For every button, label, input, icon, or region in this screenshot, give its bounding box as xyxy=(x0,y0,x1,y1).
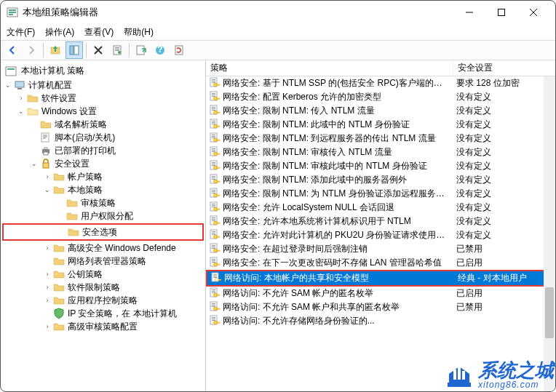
policy-row[interactable]: 网络安全: 限制 NTLM: 为 NTLM 身份验证添加远程服务器...没有定义 xyxy=(206,187,555,201)
delete-button[interactable] xyxy=(90,41,107,59)
svg-rect-115 xyxy=(217,322,220,324)
policy-row[interactable]: 网络访问: 不允许 SAM 帐户的匿名枚举已启用 xyxy=(206,287,555,300)
policy-setting: 没有定义 xyxy=(453,91,555,103)
svg-rect-75 xyxy=(217,209,220,210)
policy-row[interactable]: 网络安全: 限制 NTLM: 此域中的 NTLM 身份验证没有定义 xyxy=(206,118,555,132)
properties-button[interactable] xyxy=(108,41,126,59)
policy-setting: 已禁用 xyxy=(453,243,555,255)
policy-item-icon xyxy=(209,187,221,201)
forward-button[interactable] xyxy=(23,41,40,59)
svg-rect-82 xyxy=(212,231,215,232)
policy-setting: 没有定义 xyxy=(453,201,555,214)
tree-audit-policy[interactable]: 审核策略 xyxy=(2,196,204,209)
menu-file[interactable]: 文件(F) xyxy=(7,26,35,39)
tree-app-control[interactable]: ›应用程序控制策略 xyxy=(2,294,204,307)
policy-row[interactable]: 网络安全: 在超过登录时间后强制注销已禁用 xyxy=(206,242,555,256)
expand-icon[interactable]: › xyxy=(43,320,52,333)
policy-row[interactable]: 网络安全: 允许 LocalSystem NULL 会话回退没有定义 xyxy=(206,201,555,215)
window-title: 本地组策略编辑器 xyxy=(23,6,453,19)
svg-rect-6 xyxy=(70,46,74,55)
svg-rect-2 xyxy=(9,12,16,13)
collapse-icon[interactable]: ⌄ xyxy=(30,157,39,170)
svg-rect-100 xyxy=(218,279,221,281)
tree-scripts[interactable]: 脚本(启动/关机) xyxy=(2,131,204,144)
tree-software-settings[interactable]: › 软件设置 xyxy=(2,92,204,105)
column-policy[interactable]: 策略 xyxy=(206,60,453,76)
tree-ip-security[interactable]: IP 安全策略，在 本地计算机 xyxy=(2,307,204,320)
policy-row[interactable]: 网络安全: 允许对此计算机的 PKU2U 身份验证请求使用联...没有定义 xyxy=(206,228,555,242)
svg-rect-48 xyxy=(212,136,215,137)
policy-row[interactable]: 网络安全: 限制 NTLM: 传入 NTLM 流量没有定义 xyxy=(206,104,555,118)
folder-icon xyxy=(66,210,78,222)
tree-public-key[interactable]: ›公钥策略 xyxy=(2,268,204,281)
list-header: 策略 安全设置 xyxy=(206,60,555,76)
policy-row[interactable]: 网络安全: 限制 NTLM: 添加此域中的服务器例外没有定义 xyxy=(206,173,555,187)
policy-row[interactable]: 网络安全: 配置 Kerberos 允许的加密类型没有定义 xyxy=(206,90,555,104)
tree-user-rights[interactable]: 用户权限分配 xyxy=(2,209,204,223)
maximize-button[interactable] xyxy=(485,2,517,23)
tree-local-policies[interactable]: ⌄本地策略 xyxy=(2,183,204,196)
tree-account-policies[interactable]: ›帐户策略 xyxy=(2,170,204,183)
policy-row[interactable]: 网络安全: 限制 NTLM: 审核此域中的 NTLM 身份验证没有定义 xyxy=(206,159,555,173)
menu-view[interactable]: 查看(V) xyxy=(84,26,114,39)
policy-item-icon xyxy=(210,271,222,285)
collapse-icon[interactable]: ⌄ xyxy=(43,183,52,196)
policy-setting: 没有定义 xyxy=(453,229,555,241)
expand-icon[interactable]: › xyxy=(43,241,52,255)
shield-icon xyxy=(53,308,65,319)
svg-rect-97 xyxy=(213,274,217,275)
svg-text:?: ? xyxy=(157,44,162,55)
show-tree-button[interactable] xyxy=(65,41,83,59)
tree-win-defender[interactable]: ›高级安全 Windows Defende xyxy=(2,241,204,255)
policy-row[interactable]: 网络安全: 基于 NTLM SSP 的(包括安全 RPC)客户端的最小...要求… xyxy=(206,76,555,90)
policy-item-icon xyxy=(209,173,221,187)
tree-software-restriction[interactable]: ›软件限制策略 xyxy=(2,281,204,294)
expand-icon[interactable]: › xyxy=(43,170,52,183)
policy-setting: 已启用 xyxy=(453,257,555,269)
svg-rect-70 xyxy=(217,195,220,196)
column-setting[interactable]: 安全设置 xyxy=(453,60,555,76)
tree-network-list[interactable]: 网络列表管理器策略 xyxy=(2,255,204,268)
export-button[interactable] xyxy=(132,41,150,59)
tree-root[interactable]: 本地计算机 策略 xyxy=(2,63,204,79)
collapse-icon[interactable]: ⌄ xyxy=(4,79,12,92)
menu-action[interactable]: 操作(A) xyxy=(45,26,74,39)
policy-row[interactable]: 网络访问: 本地帐户的共享和安全模型经典 - 对本地用户 xyxy=(207,271,554,285)
policy-name: 网络安全: 允许 LocalSystem NULL 会话回退 xyxy=(223,201,394,214)
policy-setting: 要求 128 位加密 xyxy=(453,77,555,89)
tree-computer-config[interactable]: ⌄ 计算机配置 xyxy=(2,79,204,92)
collapse-icon[interactable]: ⌄ xyxy=(17,105,25,118)
tree-dns-policy[interactable]: 域名解析策略 xyxy=(2,118,204,131)
policy-row[interactable]: 网络访问: 不允许存储网络身份验证的... xyxy=(206,314,555,328)
policy-row[interactable]: 网络安全: 在下一次更改密码时不存储 LAN 管理器哈希值已启用 xyxy=(206,256,555,270)
tree-deployed-printers[interactable]: 已部署的打印机 xyxy=(2,144,204,157)
close-button[interactable] xyxy=(517,2,549,23)
policy-setting: 经典 - 对本地用户 xyxy=(455,272,554,284)
refresh-button[interactable] xyxy=(170,41,188,59)
list-panel[interactable]: 策略 安全设置 网络安全: 基于 NTLM SSP 的(包括安全 RPC)客户端… xyxy=(206,60,555,391)
policy-name: 网络安全: 限制 NTLM: 传入 NTLM 流量 xyxy=(223,105,375,117)
help-button[interactable]: ? xyxy=(151,41,169,59)
policy-row[interactable]: 网络安全: 允许本地系统将计算机标识用于 NTLM没有定义 xyxy=(206,215,555,228)
tree-security-options[interactable]: 安全选项 xyxy=(4,225,202,239)
svg-rect-72 xyxy=(212,204,215,204)
back-button[interactable] xyxy=(4,41,21,59)
menu-help[interactable]: 帮助(H) xyxy=(124,26,154,39)
svg-rect-9 xyxy=(115,47,119,48)
up-button[interactable] xyxy=(47,41,64,59)
vertical-scrollbar[interactable] xyxy=(544,76,555,391)
tree-windows-settings[interactable]: ⌄ Windows 设置 xyxy=(2,105,204,118)
minimize-button[interactable] xyxy=(453,2,485,23)
policy-row[interactable]: 网络安全: 限制 NTLM: 到远程服务器的传出 NTLM 流量没有定义 xyxy=(206,132,555,145)
expand-icon[interactable]: › xyxy=(17,92,25,105)
expand-icon[interactable]: › xyxy=(43,268,52,281)
tree-security-settings[interactable]: ⌄安全设置 xyxy=(2,157,204,170)
expand-icon[interactable]: › xyxy=(43,294,52,307)
scroll-thumb[interactable] xyxy=(545,287,554,338)
tree-advanced-audit[interactable]: ›高级审核策略配置 xyxy=(2,320,204,333)
tree-panel[interactable]: 本地计算机 策略 ⌄ 计算机配置 › 软件设置 ⌄ Windows 设置 xyxy=(1,60,206,391)
policy-row[interactable]: 网络访问: 不允许 SAM 帐户和共享的匿名枚举已禁用 xyxy=(206,300,555,314)
svg-rect-17 xyxy=(6,67,16,76)
expand-icon[interactable]: › xyxy=(43,281,52,294)
policy-row[interactable]: 网络安全: 限制 NTLM: 审核传入 NTLM 流量没有定义 xyxy=(206,145,555,159)
